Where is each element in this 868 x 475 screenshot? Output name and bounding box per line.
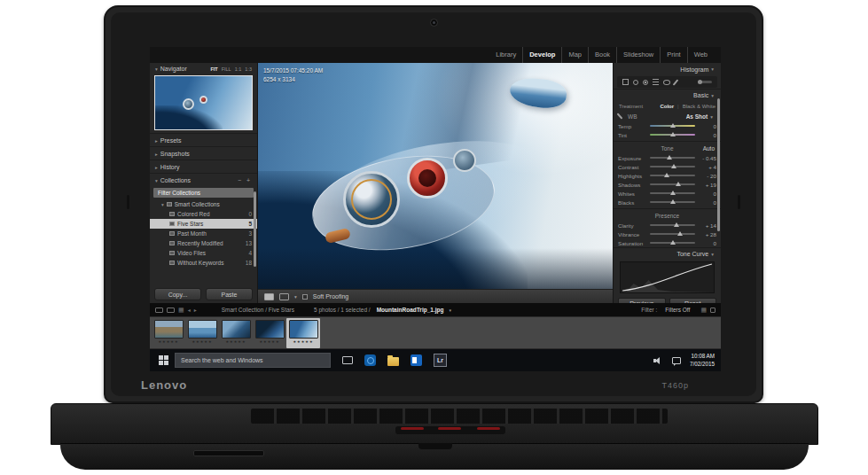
filter-collections-field[interactable]: Filter Collections [153, 188, 254, 198]
panel-basic[interactable]: Basic ▾ [614, 89, 721, 101]
thumbnail-mountain[interactable] [154, 320, 184, 339]
vibrance-slider-track[interactable] [650, 233, 695, 235]
filmstrip-thumb-2[interactable]: ★★★★★ [185, 318, 219, 348]
taskbar-clock[interactable]: 10:08 AM 7/02/2015 [690, 353, 715, 369]
module-print[interactable]: Print [660, 47, 686, 63]
paste-button[interactable]: Paste [206, 288, 253, 300]
blacks-slider-track[interactable] [650, 201, 695, 203]
star-rating[interactable]: ★★★★★ [192, 339, 213, 344]
breadcrumb[interactable]: Smart Collection / Five Stars [222, 307, 294, 313]
notification-center-icon[interactable] [672, 357, 681, 364]
panel-history[interactable]: History [150, 160, 257, 173]
spot-removal-icon[interactable] [633, 80, 638, 85]
module-map[interactable]: Map [561, 47, 588, 63]
thumbnail-car-blue[interactable] [222, 320, 251, 339]
collection-without-keywords[interactable]: Without Keywords 18 [150, 258, 257, 268]
red-eye-icon[interactable] [643, 80, 648, 85]
slider-clarity: Clarity + 14 [614, 221, 721, 230]
edge-browser-icon[interactable] [364, 354, 376, 366]
zoom-1-1[interactable]: 1:1 [235, 66, 242, 72]
thumbnail-seascape[interactable] [188, 320, 217, 339]
collection-video-files[interactable]: Video Files 4 [150, 248, 257, 258]
grid-view-icon[interactable]: ▦ [178, 307, 184, 314]
collection-past-month[interactable]: Past Month 3 [150, 229, 257, 238]
module-library[interactable]: Library [489, 47, 522, 63]
volume-icon[interactable] [653, 356, 663, 365]
filter-lock-icon[interactable] [710, 308, 716, 313]
copy-button[interactable]: Copy... [154, 288, 201, 300]
zoom-fit[interactable]: FIT [210, 66, 217, 72]
collection-recently-modified[interactable]: Recently Modified 13 [150, 238, 257, 248]
navigator-preview[interactable] [154, 75, 253, 130]
clarity-slider-track[interactable] [650, 224, 695, 226]
main-window-icon[interactable] [155, 308, 163, 313]
filter-value-dropdown[interactable]: Filters Off [665, 307, 690, 313]
tint-slider-track[interactable] [650, 134, 695, 136]
panel-presets[interactable]: Presets [150, 133, 257, 146]
zoom-1-3[interactable]: 1:3 [245, 66, 252, 72]
selected-filename[interactable]: MountainRoadTrip_1.jpg [377, 307, 444, 313]
shadows-slider-track[interactable] [650, 183, 695, 185]
eyedropper-icon[interactable] [617, 113, 623, 119]
temp-slider-track[interactable] [650, 125, 695, 127]
filmstrip-thumb-5-selected[interactable]: ★★★★★ [286, 318, 320, 348]
treatment-bw-option[interactable]: Black & White [683, 104, 716, 109]
file-explorer-icon[interactable] [387, 357, 399, 366]
thumbnail-car-headlight[interactable] [289, 320, 318, 339]
smart-collections-group[interactable]: Smart Collections [150, 199, 257, 209]
panel-collections[interactable]: Collections − + [150, 173, 257, 186]
panel-tone-curve[interactable]: Tone Curve ▾ [614, 247, 721, 260]
collection-colored-red[interactable]: Colored Red 0 [150, 209, 257, 219]
tone-curve-graph[interactable] [620, 261, 715, 293]
auto-button[interactable]: Auto [703, 145, 715, 152]
panel-histogram[interactable]: Histogram ▾ [614, 63, 721, 75]
taskbar-search[interactable] [175, 353, 331, 368]
exposure-slider-track[interactable] [650, 157, 695, 159]
navigator-header[interactable]: Navigator FIT FILL 1:1 1:3 [150, 63, 257, 74]
tool-switch[interactable] [698, 81, 712, 83]
left-panel-scrollbar[interactable] [254, 191, 256, 267]
module-web[interactable]: Web [687, 47, 714, 63]
contrast-slider-track[interactable] [650, 166, 695, 167]
module-develop[interactable]: Develop [522, 47, 561, 63]
soft-proofing-checkbox[interactable] [302, 294, 308, 300]
secondary-window-icon[interactable] [167, 308, 175, 313]
saturation-slider-track[interactable] [650, 242, 695, 244]
star-rating[interactable]: ★★★★★ [159, 339, 179, 344]
star-rating[interactable]: ★★★★★ [226, 339, 246, 344]
star-rating[interactable]: ★★★★★ [293, 339, 314, 344]
lightroom-taskbar-icon[interactable]: Lr [434, 354, 447, 367]
thumbnail-filter-icon[interactable]: ▦ [700, 307, 707, 314]
zoom-fill[interactable]: FILL [222, 66, 231, 72]
filmstrip-thumb-4[interactable]: ★★★★★ [253, 318, 286, 348]
radial-filter-icon[interactable] [663, 80, 670, 85]
module-book[interactable]: Book [588, 47, 616, 63]
graduated-filter-icon[interactable] [653, 79, 659, 85]
wb-value-dropdown[interactable]: As Shot [686, 113, 708, 120]
next-photo-icon[interactable]: ▸ [194, 307, 197, 313]
filmstrip-thumb-1[interactable]: ★★★★★ [152, 318, 185, 348]
previous-photo-icon[interactable]: ◂ [188, 307, 191, 313]
filmstrip-thumb-3[interactable]: ★★★★★ [219, 318, 253, 348]
collections-add-icon[interactable]: − + [238, 177, 252, 183]
compare-view-icon[interactable] [279, 293, 289, 300]
panel-snapshots[interactable]: Snapshots [150, 146, 257, 160]
module-slideshow[interactable]: Slideshow [616, 47, 660, 63]
search-input[interactable] [176, 357, 330, 363]
star-rating[interactable]: ★★★★★ [260, 339, 280, 344]
photo-canvas[interactable]: 15/7/2015 07:45:20 AM 6254 x 3134 [258, 63, 613, 289]
task-view-icon[interactable] [342, 356, 353, 364]
store-app-icon[interactable] [411, 354, 422, 366]
chevron-down-icon[interactable]: ▾ [294, 294, 297, 300]
crop-tool-icon[interactable] [622, 79, 629, 85]
slider-blacks: Blacks 0 [614, 198, 721, 206]
highlights-slider-track[interactable] [650, 175, 695, 176]
right-panel-scrollbar[interactable] [717, 98, 720, 231]
whites-slider-track[interactable] [650, 192, 695, 194]
start-button[interactable] [154, 349, 172, 371]
collection-five-stars[interactable]: Five Stars 5 [150, 219, 257, 229]
treatment-color-option[interactable]: Color [660, 104, 674, 109]
thumbnail-car-dark[interactable] [255, 320, 285, 339]
adjustment-brush-icon[interactable] [673, 79, 679, 85]
loupe-view-icon[interactable] [264, 293, 274, 300]
